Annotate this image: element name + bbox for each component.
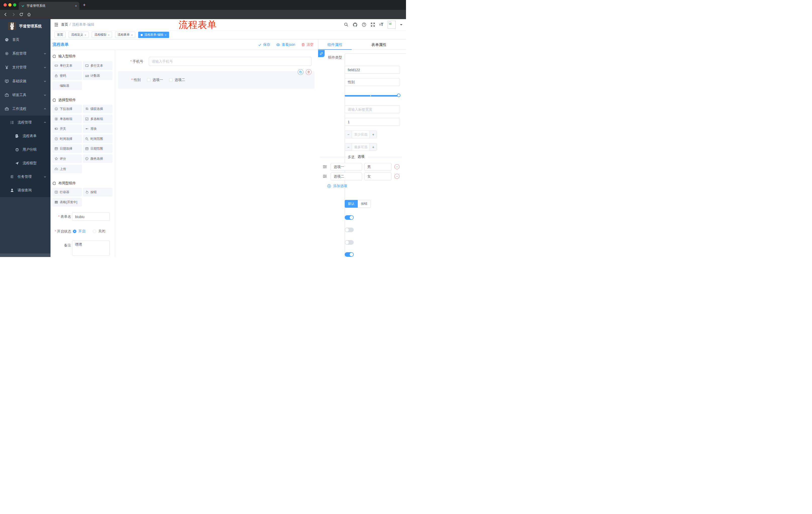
slider-handle[interactable] <box>397 93 401 97</box>
sidebar-item-process-mgmt[interactable]: 流程管理 <box>0 116 51 129</box>
palette-item-cascader[interactable]: 级联选择 <box>83 105 113 113</box>
palette-item-single-text[interactable]: 单行文本 <box>52 61 82 70</box>
status-radio-off[interactable]: 关闭 <box>93 229 105 234</box>
palette-item-button[interactable]: 按钮 <box>83 188 113 196</box>
plus-button[interactable]: + <box>370 131 377 138</box>
sidebar-item-process-form[interactable]: 流程表单 <box>0 129 51 143</box>
tab-close-icon[interactable]: × <box>85 33 86 36</box>
traffic-light-close[interactable] <box>3 3 7 6</box>
tab-close-icon[interactable]: × <box>131 33 133 36</box>
palette-item-multi-text[interactable]: 多行文本 <box>83 61 113 70</box>
help-icon[interactable] <box>362 22 366 27</box>
palette-item-rate[interactable]: 评分 <box>52 154 82 163</box>
option2-value-input[interactable] <box>364 172 392 180</box>
fullscreen-icon[interactable] <box>371 22 375 27</box>
tab-close-icon[interactable]: × <box>108 33 109 36</box>
save-button[interactable]: 保存 <box>258 43 270 47</box>
sidebar-item-devtools[interactable]: 研发工具 <box>0 88 51 102</box>
tab-component-props[interactable]: 组件属性 <box>318 39 352 50</box>
avatar[interactable] <box>388 21 396 29</box>
sidebar-item-home[interactable]: 首页 <box>0 33 51 47</box>
view-tab-process-form-edit[interactable]: 流程表单-编辑 × <box>138 32 169 38</box>
palette-item-password[interactable]: 密码 <box>52 72 82 80</box>
minus-button[interactable]: − <box>345 143 352 151</box>
sidebar-fold-icon[interactable] <box>54 22 59 27</box>
palette-item-date-range[interactable]: 日期范围 <box>83 144 113 153</box>
palette-item-time-range[interactable]: 时间范围 <box>83 135 113 143</box>
plus-button[interactable]: + <box>370 143 377 151</box>
style-default-button[interactable]: 默认 <box>345 200 358 208</box>
show-label-toggle[interactable] <box>345 215 354 220</box>
view-tab-process-definition[interactable]: 流程定义 × <box>68 32 89 38</box>
min-select-stepper[interactable]: − + <box>345 131 377 138</box>
option2-label-input[interactable] <box>330 172 362 180</box>
sidebar-item-workflow[interactable]: 工作流程 <box>0 102 51 116</box>
sidebar-item-leave-query[interactable]: 请假查询 <box>0 184 51 197</box>
palette-item-date-picker[interactable]: 日期选择 <box>52 144 82 153</box>
remove-option2-button[interactable]: − <box>395 174 400 179</box>
sidebar-logo[interactable]: 芋道管理系统 <box>0 19 51 33</box>
view-json-button[interactable]: 查看json <box>276 43 295 47</box>
traffic-light-minimize[interactable] <box>8 3 11 6</box>
breadcrumb-home[interactable]: 首页 <box>61 22 68 26</box>
form-canvas[interactable]: 手机号 性别 选项一 选项二 <box>115 50 318 257</box>
tab-form-props[interactable]: 表单属性 <box>352 39 406 50</box>
sidebar-item-task-mgmt[interactable]: 任务管理 <box>0 170 51 184</box>
label-width-input[interactable] <box>345 105 400 113</box>
max-select-stepper[interactable]: − + <box>345 143 377 151</box>
add-option-button[interactable]: 添加选项 <box>327 184 347 188</box>
palette-item-select[interactable]: 下拉选择 <box>52 105 82 113</box>
palette-item-radio-group[interactable]: 单选框组 <box>52 115 82 123</box>
sidebar-item-system[interactable]: 系统管理 <box>0 47 51 60</box>
forward-icon[interactable] <box>11 12 16 17</box>
sidebar-item-payment[interactable]: 支付管理 <box>0 60 51 74</box>
border-toggle[interactable] <box>345 227 354 232</box>
required-toggle[interactable] <box>345 252 354 257</box>
disabled-toggle[interactable] <box>345 240 354 245</box>
home-icon[interactable] <box>27 12 31 17</box>
view-tab-process-form[interactable]: 流程表单 × <box>115 32 135 38</box>
delete-component-button[interactable] <box>306 69 312 75</box>
default-value-input[interactable] <box>345 118 400 126</box>
search-icon[interactable] <box>344 22 348 27</box>
canvas-selected-component-gender[interactable]: 性别 选项一 选项二 <box>118 71 315 89</box>
drag-handle-icon[interactable] <box>323 164 327 169</box>
palette-item-checkbox-group[interactable]: 多选框组 <box>83 115 113 123</box>
new-tab-button[interactable]: + <box>83 2 86 8</box>
option1-label-input[interactable] <box>330 163 362 171</box>
copy-component-button[interactable] <box>298 69 303 75</box>
reload-icon[interactable] <box>19 12 23 17</box>
avatar-dropdown-caret[interactable] <box>400 24 403 27</box>
grid-slider[interactable] <box>345 95 399 97</box>
view-tab-home[interactable]: 首页 <box>55 32 65 38</box>
minus-button[interactable]: − <box>345 131 352 138</box>
sidebar-collapse-bar[interactable] <box>0 253 51 257</box>
status-radio-on[interactable]: 开启 <box>73 229 85 234</box>
browser-tab[interactable]: 芋道管理系统 × <box>19 2 79 10</box>
palette-item-table[interactable]: 表格[开发中] <box>52 198 82 207</box>
field-name-input[interactable] <box>345 66 400 74</box>
clear-button[interactable]: 清空 <box>301 43 314 47</box>
drag-handle-icon[interactable] <box>323 174 327 179</box>
remove-option1-button[interactable]: − <box>395 164 400 169</box>
gender-checkbox-option1[interactable]: 选项一 <box>147 78 163 82</box>
sidebar-item-infra[interactable]: 基础设施 <box>0 74 51 88</box>
palette-item-row-container[interactable]: 行容器 <box>52 188 82 196</box>
palette-item-time-picker[interactable]: 时间选择 <box>52 135 82 143</box>
sidebar-item-process-model[interactable]: 流程模型 <box>0 156 51 170</box>
github-icon[interactable] <box>353 22 357 27</box>
tab-close-icon[interactable]: × <box>165 33 166 36</box>
form-remark-field[interactable]: 嘿嘿 <box>72 241 110 256</box>
canvas-phone-input[interactable] <box>149 57 312 66</box>
palette-item-editor[interactable]: 编辑器 <box>52 81 82 90</box>
palette-item-slider[interactable]: 滑块 <box>83 125 113 133</box>
gender-checkbox-option2[interactable]: 选项二 <box>169 78 185 82</box>
font-size-icon[interactable]: TT <box>379 22 384 27</box>
title-input[interactable] <box>345 78 400 86</box>
back-icon[interactable] <box>3 12 8 17</box>
sidebar-item-user-group[interactable]: 用户分组 <box>0 143 51 156</box>
palette-item-counter[interactable]: 123 计数器 <box>83 72 113 80</box>
option1-value-input[interactable] <box>364 163 392 171</box>
palette-item-switch[interactable]: 开关 <box>52 125 82 133</box>
view-tab-process-model[interactable]: 流程模型 × <box>92 32 112 38</box>
